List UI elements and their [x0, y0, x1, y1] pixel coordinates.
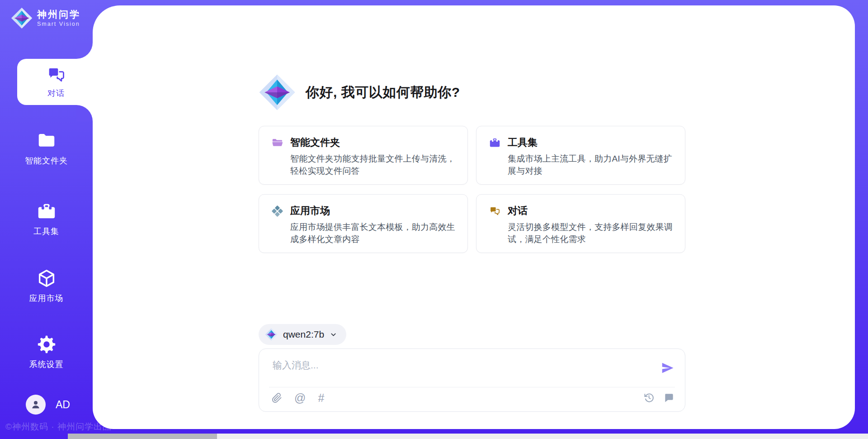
card-description: 智能文件夹功能支持批量文件上传与清洗，轻松实现文件问答 [290, 153, 457, 177]
person-icon [30, 399, 42, 410]
sidebar: 神州问学 Smart Vision 对话 智能文件夹 [0, 0, 93, 439]
card-smart-folder[interactable]: 智能文件夹 智能文件夹功能支持批量文件上传与清洗，轻松实现文件问答 [259, 126, 468, 185]
card-chat[interactable]: 对话 灵活切换多模型文件，支持多样回复效果调试，满足个性化需求 [476, 194, 685, 253]
card-description: 灵活切换多模型文件，支持多样回复效果调试，满足个性化需求 [508, 221, 674, 246]
message-composer: @ # [259, 348, 685, 412]
composer-toolbar-right [644, 392, 674, 404]
user-name: AD [56, 399, 70, 411]
model-selector[interactable]: qwen2:7b [259, 324, 346, 345]
sidebar-item-toolkit[interactable]: 工具集 [0, 201, 93, 237]
briefcase-icon [489, 137, 501, 149]
gear-icon [36, 334, 57, 355]
copyright-text: ©神州数码 · 神州问学出品 [5, 421, 112, 433]
card-title: 对话 [508, 204, 528, 218]
active-tab-fillet-top [76, 43, 93, 59]
send-button[interactable] [660, 361, 675, 375]
sidebar-item-chat[interactable]: 对话 [17, 59, 95, 105]
composer-divider [269, 387, 675, 387]
sidebar-item-label: 应用市场 [29, 293, 64, 304]
greeting-gem-icon [259, 73, 296, 112]
card-description: 集成市场上主流工具，助力AI与外界无缝扩展与对接 [508, 153, 674, 177]
scrollbar-thumb[interactable] [68, 434, 217, 439]
hero-section: 你好, 我可以如何帮助你? 智能文件夹 智能文件夹功能支持批量文件上传与清洗，轻… [259, 72, 685, 253]
history-icon [644, 392, 654, 403]
brand-name: 神州问学 [37, 9, 80, 19]
attach-icon [272, 393, 282, 403]
folder-icon [36, 130, 57, 151]
history-button[interactable] [644, 392, 654, 404]
message-input[interactable] [272, 358, 653, 383]
composer-toolbar-left: @ # [272, 392, 324, 404]
sidebar-item-smart-folder[interactable]: 智能文件夹 [0, 130, 93, 166]
avatar [26, 395, 46, 415]
main-panel: 你好, 我可以如何帮助你? 智能文件夹 智能文件夹功能支持批量文件上传与清洗，轻… [93, 5, 855, 429]
briefcase-icon [36, 201, 57, 222]
grid-icon [271, 205, 283, 217]
folder-open-icon [271, 137, 283, 149]
feature-cards: 智能文件夹 智能文件夹功能支持批量文件上传与清洗，轻松实现文件问答 工具集 [259, 126, 685, 253]
card-description: 应用市场提供丰富长文本模板，助力高效生成多样化文章内容 [290, 221, 457, 246]
send-icon [660, 361, 675, 375]
sidebar-item-label: 系统设置 [29, 359, 64, 370]
feedback-bubble-icon [664, 392, 674, 403]
chevron-down-icon [330, 331, 337, 339]
attach-button[interactable] [272, 393, 282, 403]
chat-bubbles-icon [46, 65, 66, 85]
card-title: 应用市场 [290, 204, 330, 218]
card-app-market[interactable]: 应用市场 应用市场提供丰富长文本模板，助力高效生成多样化文章内容 [259, 194, 468, 253]
sidebar-item-settings[interactable]: 系统设置 [0, 334, 93, 370]
horizontal-scrollbar[interactable] [68, 434, 868, 439]
hash-icon: # [318, 392, 324, 404]
card-title: 智能文件夹 [290, 136, 340, 149]
brand: 神州问学 Smart Vision [11, 7, 80, 29]
chat-bubbles-icon [489, 205, 501, 217]
sidebar-item-label: 对话 [47, 88, 65, 99]
user-account[interactable]: AD [26, 395, 70, 415]
brand-subtitle: Smart Vision [37, 21, 80, 27]
sidebar-item-app-market[interactable]: 应用市场 [0, 268, 93, 304]
app-window: 神州问学 Smart Vision 对话 智能文件夹 [0, 0, 868, 439]
model-name: qwen2:7b [283, 329, 324, 340]
sidebar-item-label: 智能文件夹 [25, 155, 68, 166]
feedback-button[interactable] [664, 392, 674, 404]
mention-icon: @ [294, 392, 306, 404]
sidebar-item-label: 工具集 [33, 226, 59, 237]
cube-icon [36, 268, 57, 289]
active-tab-fillet-bottom [76, 105, 93, 121]
greeting-text: 你好, 我可以如何帮助你? [306, 83, 460, 102]
mention-button[interactable]: @ [294, 392, 306, 404]
hash-button[interactable]: # [318, 392, 324, 404]
card-toolkit[interactable]: 工具集 集成市场上主流工具，助力AI与外界无缝扩展与对接 [476, 126, 685, 185]
card-title: 工具集 [508, 136, 538, 149]
brand-gem-icon [11, 7, 33, 29]
model-gem-icon [265, 328, 278, 341]
